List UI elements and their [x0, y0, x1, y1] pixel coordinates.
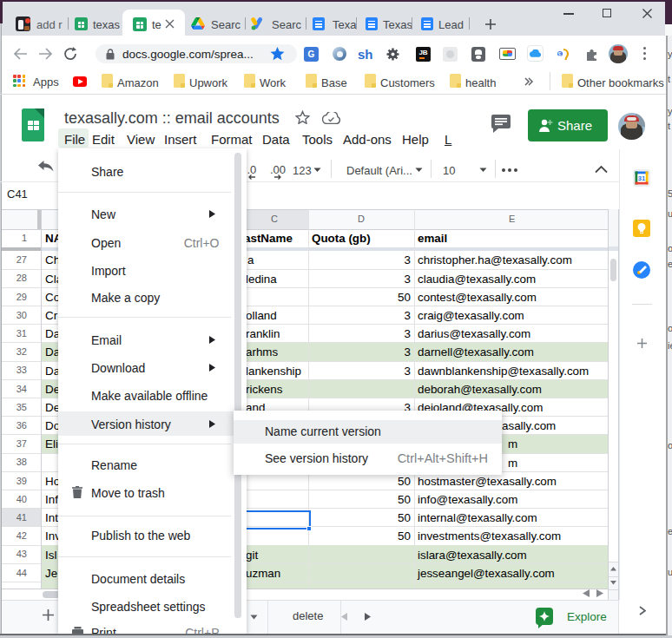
svg-text:31: 31: [638, 174, 645, 182]
svg-text:$: $: [558, 51, 562, 57]
